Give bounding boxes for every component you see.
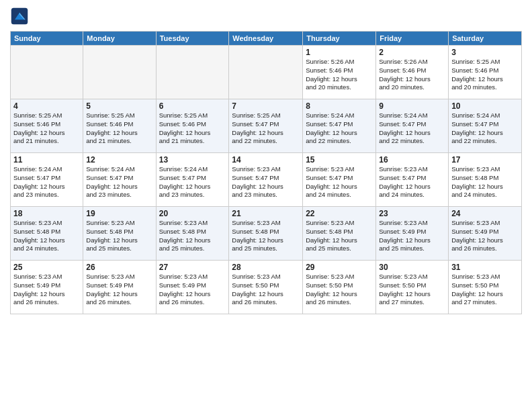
day-info: Sunrise: 5:24 AM Sunset: 5:47 PM Dayligh… [451, 111, 519, 146]
day-number: 29 [306, 263, 373, 272]
calendar-body: 1Sunrise: 5:26 AM Sunset: 5:46 PM Daylig… [11, 46, 522, 314]
logo [10, 7, 30, 26]
calendar-cell: 19Sunrise: 5:23 AM Sunset: 5:48 PM Dayli… [83, 207, 156, 261]
calendar-cell: 11Sunrise: 5:24 AM Sunset: 5:47 PM Dayli… [11, 153, 83, 207]
weekday-wednesday: Wednesday [229, 32, 303, 46]
day-number: 6 [159, 101, 226, 111]
day-info: Sunrise: 5:23 AM Sunset: 5:49 PM Dayligh… [13, 273, 80, 307]
calendar-cell: 15Sunrise: 5:23 AM Sunset: 5:47 PM Dayli… [303, 153, 376, 207]
day-info: Sunrise: 5:23 AM Sunset: 5:50 PM Dayligh… [451, 273, 519, 307]
page: SundayMondayTuesdayWednesdayThursdayFrid… [0, 0, 532, 411]
logo-icon [10, 7, 29, 26]
weekday-sunday: Sunday [11, 32, 83, 46]
calendar-cell: 1Sunrise: 5:26 AM Sunset: 5:46 PM Daylig… [303, 46, 376, 99]
calendar-cell: 7Sunrise: 5:25 AM Sunset: 5:47 PM Daylig… [229, 99, 303, 153]
week-row-5: 25Sunrise: 5:23 AM Sunset: 5:49 PM Dayli… [11, 261, 522, 314]
calendar-cell: 2Sunrise: 5:26 AM Sunset: 5:46 PM Daylig… [376, 46, 449, 99]
calendar-cell: 9Sunrise: 5:24 AM Sunset: 5:47 PM Daylig… [376, 99, 449, 153]
day-number: 11 [13, 155, 80, 165]
calendar-cell: 16Sunrise: 5:23 AM Sunset: 5:47 PM Dayli… [376, 153, 449, 207]
day-number: 13 [159, 155, 226, 165]
calendar-cell: 22Sunrise: 5:23 AM Sunset: 5:48 PM Dayli… [303, 207, 376, 261]
weekday-tuesday: Tuesday [156, 32, 229, 46]
day-info: Sunrise: 5:25 AM Sunset: 5:46 PM Dayligh… [13, 111, 80, 146]
weekday-header-row: SundayMondayTuesdayWednesdayThursdayFrid… [11, 32, 522, 46]
day-info: Sunrise: 5:23 AM Sunset: 5:50 PM Dayligh… [379, 273, 445, 307]
day-info: Sunrise: 5:23 AM Sunset: 5:49 PM Dayligh… [451, 219, 519, 253]
day-number: 30 [379, 263, 445, 272]
day-info: Sunrise: 5:23 AM Sunset: 5:48 PM Dayligh… [232, 219, 300, 253]
calendar-cell: 5Sunrise: 5:25 AM Sunset: 5:46 PM Daylig… [83, 99, 156, 153]
day-info: Sunrise: 5:24 AM Sunset: 5:47 PM Dayligh… [159, 165, 226, 199]
calendar-cell: 17Sunrise: 5:23 AM Sunset: 5:48 PM Dayli… [449, 153, 522, 207]
calendar: SundayMondayTuesdayWednesdayThursdayFrid… [10, 31, 522, 314]
day-info: Sunrise: 5:23 AM Sunset: 5:47 PM Dayligh… [306, 165, 373, 199]
calendar-cell: 3Sunrise: 5:25 AM Sunset: 5:46 PM Daylig… [449, 46, 522, 99]
week-row-2: 4Sunrise: 5:25 AM Sunset: 5:46 PM Daylig… [11, 99, 522, 153]
weekday-friday: Friday [376, 32, 449, 46]
calendar-cell: 24Sunrise: 5:23 AM Sunset: 5:49 PM Dayli… [449, 207, 522, 261]
day-info: Sunrise: 5:23 AM Sunset: 5:49 PM Dayligh… [379, 219, 445, 253]
day-number: 1 [306, 48, 373, 57]
week-row-3: 11Sunrise: 5:24 AM Sunset: 5:47 PM Dayli… [11, 153, 522, 207]
day-info: Sunrise: 5:23 AM Sunset: 5:47 PM Dayligh… [232, 165, 300, 199]
day-number: 15 [306, 155, 373, 165]
day-info: Sunrise: 5:25 AM Sunset: 5:46 PM Dayligh… [86, 111, 152, 146]
day-info: Sunrise: 5:25 AM Sunset: 5:46 PM Dayligh… [159, 111, 226, 146]
day-info: Sunrise: 5:23 AM Sunset: 5:48 PM Dayligh… [306, 219, 373, 253]
calendar-cell: 13Sunrise: 5:24 AM Sunset: 5:47 PM Dayli… [156, 153, 229, 207]
day-info: Sunrise: 5:23 AM Sunset: 5:48 PM Dayligh… [13, 219, 80, 253]
calendar-cell: 18Sunrise: 5:23 AM Sunset: 5:48 PM Dayli… [11, 207, 83, 261]
calendar-cell: 6Sunrise: 5:25 AM Sunset: 5:46 PM Daylig… [156, 99, 229, 153]
calendar-cell: 14Sunrise: 5:23 AM Sunset: 5:47 PM Dayli… [229, 153, 303, 207]
weekday-monday: Monday [83, 32, 156, 46]
day-info: Sunrise: 5:23 AM Sunset: 5:49 PM Dayligh… [86, 273, 152, 307]
day-number: 3 [451, 48, 519, 57]
day-info: Sunrise: 5:24 AM Sunset: 5:47 PM Dayligh… [86, 165, 152, 199]
day-number: 18 [13, 209, 80, 218]
day-number: 17 [451, 155, 519, 165]
header [10, 7, 522, 26]
day-number: 21 [232, 209, 300, 218]
day-number: 14 [232, 155, 300, 165]
calendar-cell [156, 46, 229, 99]
day-number: 9 [379, 101, 445, 111]
day-info: Sunrise: 5:23 AM Sunset: 5:48 PM Dayligh… [451, 165, 519, 199]
day-info: Sunrise: 5:26 AM Sunset: 5:46 PM Dayligh… [379, 58, 445, 92]
day-info: Sunrise: 5:23 AM Sunset: 5:47 PM Dayligh… [379, 165, 445, 199]
calendar-cell: 25Sunrise: 5:23 AM Sunset: 5:49 PM Dayli… [11, 261, 83, 314]
day-info: Sunrise: 5:24 AM Sunset: 5:47 PM Dayligh… [13, 165, 80, 199]
day-number: 8 [306, 101, 373, 111]
day-number: 28 [232, 263, 300, 272]
calendar-cell: 10Sunrise: 5:24 AM Sunset: 5:47 PM Dayli… [449, 99, 522, 153]
day-number: 2 [379, 48, 445, 57]
day-number: 31 [451, 263, 519, 272]
weekday-saturday: Saturday [449, 32, 522, 46]
day-number: 7 [232, 101, 300, 111]
day-number: 25 [13, 263, 80, 272]
day-number: 22 [306, 209, 373, 218]
day-info: Sunrise: 5:23 AM Sunset: 5:48 PM Dayligh… [86, 219, 152, 253]
day-number: 23 [379, 209, 445, 218]
day-number: 5 [86, 101, 152, 111]
day-info: Sunrise: 5:26 AM Sunset: 5:46 PM Dayligh… [306, 58, 373, 92]
weekday-thursday: Thursday [303, 32, 376, 46]
day-info: Sunrise: 5:23 AM Sunset: 5:48 PM Dayligh… [159, 219, 226, 253]
calendar-cell: 28Sunrise: 5:23 AM Sunset: 5:50 PM Dayli… [229, 261, 303, 314]
day-info: Sunrise: 5:23 AM Sunset: 5:49 PM Dayligh… [159, 273, 226, 307]
calendar-cell: 26Sunrise: 5:23 AM Sunset: 5:49 PM Dayli… [83, 261, 156, 314]
calendar-cell [229, 46, 303, 99]
day-info: Sunrise: 5:24 AM Sunset: 5:47 PM Dayligh… [379, 111, 445, 146]
day-number: 24 [451, 209, 519, 218]
day-info: Sunrise: 5:25 AM Sunset: 5:46 PM Dayligh… [451, 58, 519, 92]
calendar-cell: 20Sunrise: 5:23 AM Sunset: 5:48 PM Dayli… [156, 207, 229, 261]
week-row-1: 1Sunrise: 5:26 AM Sunset: 5:46 PM Daylig… [11, 46, 522, 99]
day-info: Sunrise: 5:24 AM Sunset: 5:47 PM Dayligh… [306, 111, 373, 146]
day-info: Sunrise: 5:25 AM Sunset: 5:47 PM Dayligh… [232, 111, 300, 146]
day-info: Sunrise: 5:23 AM Sunset: 5:50 PM Dayligh… [232, 273, 300, 307]
day-number: 12 [86, 155, 152, 165]
calendar-cell [83, 46, 156, 99]
day-number: 16 [379, 155, 445, 165]
calendar-cell: 30Sunrise: 5:23 AM Sunset: 5:50 PM Dayli… [376, 261, 449, 314]
calendar-cell: 31Sunrise: 5:23 AM Sunset: 5:50 PM Dayli… [449, 261, 522, 314]
